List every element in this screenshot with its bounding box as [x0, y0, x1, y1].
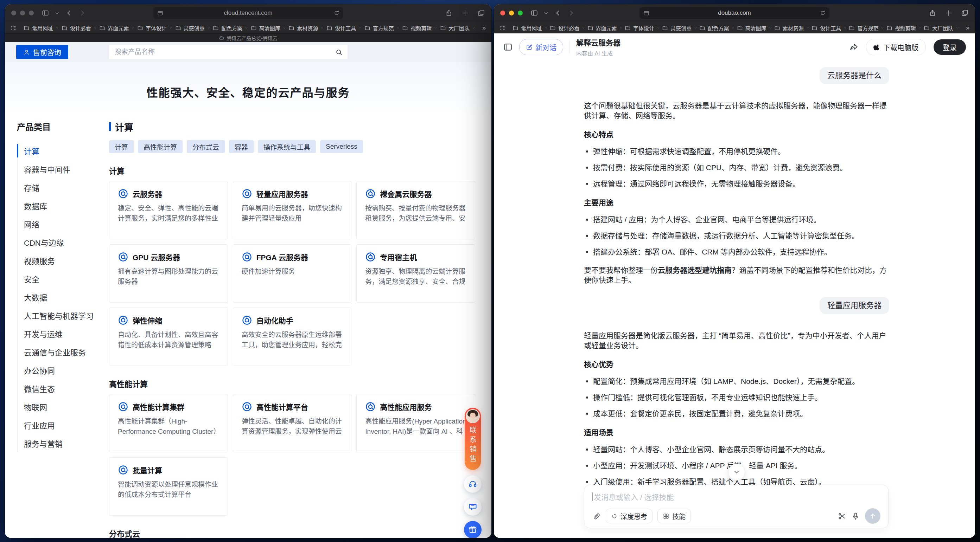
catalog-item[interactable]: 办公协同	[18, 361, 109, 379]
bookmark-folder[interactable]: 高清图库	[251, 24, 286, 32]
new-tab-icon[interactable]	[945, 9, 953, 17]
catalog-item[interactable]: 云通信与企业服务	[18, 343, 109, 361]
zoom-button[interactable]	[518, 11, 523, 16]
bookmarks-overflow-icon[interactable]: »	[482, 25, 486, 31]
product-card[interactable]: 裸金属云服务器按需购买、按量付费的物理服务器租赁服务，为您提供云端专用、安全隔离…	[356, 181, 475, 239]
forward-share-icon[interactable]	[849, 43, 858, 52]
product-card[interactable]: 高性能计算集群高性能计算集群（High-Performance Computin…	[109, 394, 228, 452]
product-search-input[interactable]	[114, 48, 335, 56]
mic-icon[interactable]	[851, 512, 860, 521]
catalog-item[interactable]: 计算	[18, 142, 109, 160]
send-button[interactable]	[865, 508, 880, 524]
forward-icon[interactable]	[567, 9, 575, 17]
chevron-down-icon[interactable]	[544, 11, 548, 16]
bookmark-folder[interactable]: 设计必看	[550, 24, 585, 32]
product-card[interactable]: 自动化助手高效安全的云服务器原生运维部署工具，助您管理业务应用，轻松完成运维部署…	[233, 307, 352, 366]
paperclip-icon[interactable]	[592, 512, 601, 521]
product-card[interactable]: FPGA 云服务器硬件加速计算服务	[233, 244, 352, 303]
scroll-to-bottom-button[interactable]	[728, 464, 745, 480]
product-card[interactable]: 轻量应用服务器简单易用的云服务器，助您快速构建并管理轻量级应用	[233, 181, 352, 239]
bookmark-folder[interactable]: 官方规范	[364, 24, 399, 32]
catalog-item[interactable]: 物联网	[18, 398, 109, 416]
bookmark-folder[interactable]: 配色方案	[699, 24, 735, 32]
promotion-gift-button[interactable]	[464, 521, 482, 538]
catalog-item[interactable]: 容器与中间件	[18, 160, 109, 178]
bookmark-folder[interactable]: 界面元素	[587, 24, 623, 32]
search-icon[interactable]	[335, 49, 343, 56]
tab-bar[interactable]: 腾讯云产品总览-腾讯云	[5, 33, 492, 42]
bookmark-folder[interactable]: 界面元素	[99, 24, 134, 32]
close-button[interactable]	[11, 11, 16, 16]
bookmark-folder[interactable]: 灵感创意	[662, 24, 697, 32]
login-button[interactable]: 登录	[934, 40, 966, 55]
reload-icon[interactable]	[334, 10, 340, 16]
product-card[interactable]: 云服务器稳定、安全、弹性、高性能的云端计算服务，实时满足您的多样性业务需求	[109, 181, 228, 239]
bookmark-folder[interactable]: 灵感创意	[175, 24, 210, 32]
presales-consult-button[interactable]: 售前咨询	[16, 45, 68, 59]
bookmark-folder[interactable]: 设计工具	[811, 24, 847, 32]
filter-chip[interactable]: 容器	[229, 140, 254, 153]
catalog-item[interactable]: CDN与边缘	[18, 233, 109, 251]
bookmark-folder[interactable]: 常用网址	[24, 24, 59, 32]
tabs-overview-icon[interactable]	[477, 9, 485, 17]
site-icon[interactable]	[157, 10, 164, 16]
new-tab-icon[interactable]	[461, 9, 469, 17]
product-card[interactable]: 高性能应用服务高性能应用服务(Hyper Application Invento…	[356, 394, 475, 452]
catalog-item[interactable]: 存储	[18, 178, 109, 197]
bookmark-folder[interactable]: 常用网址	[512, 24, 548, 32]
minimize-button[interactable]	[20, 11, 25, 16]
product-card[interactable]: 高性能计算平台弹性灵活、性能卓越、自助化的计算资源管理服务，实现弹性使用云上高性…	[233, 394, 352, 452]
bookmark-folder[interactable]: 素材资源	[288, 24, 324, 32]
filter-chip[interactable]: 计算	[109, 140, 134, 153]
bookmarks-grid-icon[interactable]	[500, 25, 506, 31]
bookmarks-overflow-icon[interactable]: »	[966, 25, 969, 31]
forward-icon[interactable]	[78, 9, 86, 17]
new-chat-button[interactable]: 新对话	[519, 39, 563, 55]
product-card[interactable]: 批量计算智能调动资源以处理任意规模作业的低成本分布式计算平台	[109, 457, 228, 516]
bookmark-folder[interactable]: 官方规范	[849, 24, 884, 32]
bookmark-folder[interactable]: 高清图库	[737, 24, 772, 32]
catalog-item[interactable]: 开发与运维	[18, 325, 109, 343]
sidebar-icon[interactable]	[41, 9, 49, 17]
catalog-item[interactable]: 微信生态	[18, 379, 109, 398]
filter-chip[interactable]: 分布式云	[187, 140, 225, 153]
close-button[interactable]	[500, 11, 505, 16]
address-bar[interactable]: doubao.com	[640, 7, 829, 19]
reload-icon[interactable]	[819, 10, 826, 16]
chat-input[interactable]: 发消息或输入 / 选择技能 深度思考 技能	[584, 485, 889, 528]
minimize-button[interactable]	[509, 11, 514, 16]
product-card[interactable]: 专用宿主机资源独享、物理隔离的云端计算服务，满足您资源独享、安全、合规的需求	[356, 244, 475, 303]
bookmark-folder[interactable]: 素材资源	[774, 24, 810, 32]
catalog-item[interactable]: 大数据	[18, 288, 109, 306]
support-headset-button[interactable]	[464, 475, 482, 493]
bookmark-folder[interactable]: 字体设计	[625, 24, 660, 32]
tabs-overview-icon[interactable]	[961, 9, 969, 17]
feedback-chat-button[interactable]	[464, 498, 482, 516]
bookmark-folder[interactable]: 大厂团队	[924, 24, 959, 32]
scissors-icon[interactable]	[838, 512, 846, 521]
bookmark-folder[interactable]: 视频剪辑	[886, 24, 922, 32]
contact-sales-button[interactable]: 联系销售	[465, 408, 481, 470]
catalog-item[interactable]: 人工智能与机器学习	[18, 306, 109, 325]
catalog-item[interactable]: 数据库	[18, 197, 109, 215]
bookmarks-grid-icon[interactable]	[11, 25, 16, 31]
filter-chip[interactable]: 操作系统与工具	[258, 140, 316, 153]
bookmark-folder[interactable]: 设计工具	[326, 24, 362, 32]
back-icon[interactable]	[65, 9, 73, 17]
bookmark-folder[interactable]: 大厂团队	[440, 24, 475, 32]
bookmark-folder[interactable]: 视频剪辑	[402, 24, 437, 32]
back-icon[interactable]	[554, 9, 562, 17]
catalog-item[interactable]: 行业应用	[18, 416, 109, 434]
filter-chip[interactable]: Serverless	[320, 140, 363, 153]
bookmark-folder[interactable]: 配色方案	[213, 24, 248, 32]
share-icon[interactable]	[445, 9, 453, 17]
site-icon[interactable]	[643, 10, 650, 16]
share-icon[interactable]	[929, 9, 936, 17]
product-card[interactable]: GPU 云服务器拥有高速计算与图形处理能力的云服务器	[109, 244, 228, 303]
address-bar[interactable]: cloud.tencent.com	[153, 7, 343, 19]
catalog-item[interactable]: 视频服务	[18, 251, 109, 269]
zoom-button[interactable]	[29, 11, 34, 16]
bookmark-folder[interactable]: 设计必看	[62, 24, 97, 32]
collapse-sidebar-icon[interactable]	[503, 42, 513, 52]
deep-think-button[interactable]: 深度思考	[606, 509, 652, 523]
